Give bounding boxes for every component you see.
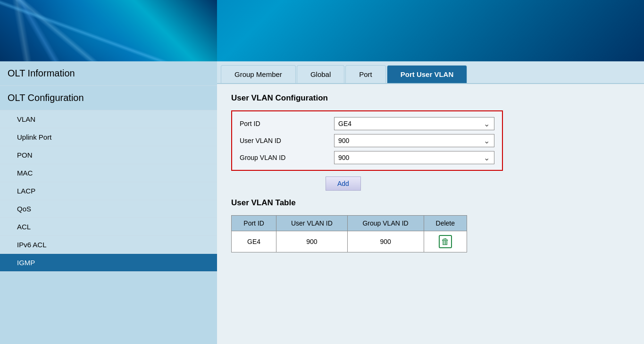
user-vlan-table: Port ID User VLAN ID Group VLAN ID Delet…: [231, 215, 467, 252]
config-section-title: User VLAN Configuration: [231, 93, 630, 103]
sidebar-item-igmp[interactable]: IGMP: [0, 254, 217, 272]
tab-group-member[interactable]: Group Member: [221, 65, 296, 83]
table-section-title: User VLAN Table: [231, 198, 630, 208]
table-header-port-id: Port ID: [232, 216, 276, 231]
group-vlan-id-select-wrapper: 900 100 200 300: [334, 151, 494, 164]
table-row: GE4 900 900 🗑: [232, 231, 467, 252]
user-vlan-id-label: User VLAN ID: [240, 137, 334, 144]
content-body: User VLAN Configuration Port ID GE4 GE1 …: [217, 84, 644, 344]
sidebar-item-acl[interactable]: ACL: [0, 218, 217, 236]
sidebar-item-olt-configuration[interactable]: OLT Configuration: [0, 86, 217, 110]
table-header-user-vlan-id: User VLAN ID: [276, 216, 347, 231]
table-header-delete: Delete: [424, 216, 467, 231]
group-vlan-id-select[interactable]: 900 100 200 300: [334, 151, 494, 164]
user-vlan-config-box: Port ID GE4 GE1 GE2 GE3 User VLAN ID: [231, 110, 503, 171]
tab-port[interactable]: Port: [345, 65, 386, 83]
user-vlan-id-row: User VLAN ID 900 100 200 300: [240, 134, 494, 147]
table-cell-group-vlan-id: 900: [347, 231, 424, 252]
sidebar-item-vlan[interactable]: VLAN: [0, 110, 217, 128]
port-id-select[interactable]: GE4 GE1 GE2 GE3: [334, 117, 494, 130]
sidebar: OLT Information OLT Configuration VLAN U…: [0, 61, 217, 344]
table-cell-delete: 🗑: [424, 231, 467, 252]
header-globe-image: [0, 0, 217, 61]
table-cell-port-id: GE4: [232, 231, 276, 252]
tab-port-user-vlan[interactable]: Port User VLAN: [387, 65, 468, 83]
tab-global[interactable]: Global: [297, 65, 344, 83]
sidebar-item-uplink-port[interactable]: Uplink Port: [0, 128, 217, 146]
group-vlan-id-label: Group VLAN ID: [240, 154, 334, 161]
sidebar-item-pon[interactable]: PON: [0, 146, 217, 164]
table-cell-user-vlan-id: 900: [276, 231, 347, 252]
sidebar-item-qos[interactable]: QoS: [0, 200, 217, 218]
port-id-label: Port ID: [240, 120, 334, 127]
tabs-bar: Group Member Global Port Port User VLAN: [217, 61, 644, 84]
sidebar-item-mac[interactable]: MAC: [0, 164, 217, 182]
sidebar-item-olt-information[interactable]: OLT Information: [0, 61, 217, 86]
port-id-row: Port ID GE4 GE1 GE2 GE3: [240, 117, 494, 130]
sidebar-item-ipv6-acl[interactable]: IPv6 ACL: [0, 236, 217, 254]
header-banner: [0, 0, 644, 61]
add-button[interactable]: Add: [326, 176, 361, 191]
port-id-select-wrapper: GE4 GE1 GE2 GE3: [334, 117, 494, 130]
content-area: Group Member Global Port Port User VLAN …: [217, 61, 644, 344]
user-vlan-id-select[interactable]: 900 100 200 300: [334, 134, 494, 147]
sidebar-item-lacp[interactable]: LACP: [0, 182, 217, 200]
main-layout: OLT Information OLT Configuration VLAN U…: [0, 61, 644, 344]
group-vlan-id-row: Group VLAN ID 900 100 200 300: [240, 151, 494, 164]
delete-button[interactable]: 🗑: [439, 235, 452, 248]
table-header-group-vlan-id: Group VLAN ID: [347, 216, 424, 231]
user-vlan-id-select-wrapper: 900 100 200 300: [334, 134, 494, 147]
